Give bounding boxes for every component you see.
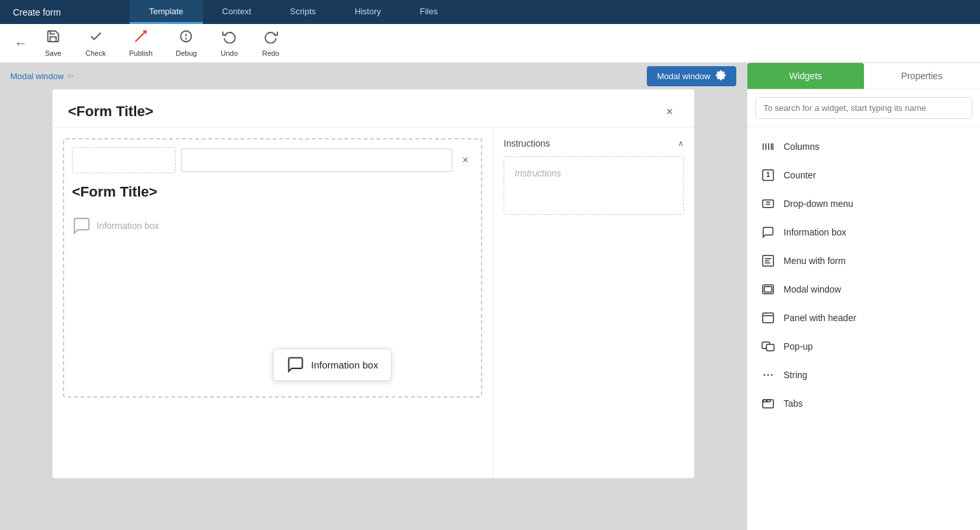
tab-files[interactable]: Files (401, 0, 457, 24)
svg-text:T: T (765, 312, 767, 315)
inner-title-placeholder (72, 147, 176, 173)
undo-icon (222, 29, 237, 47)
widget-search-container (747, 90, 980, 127)
canvas-area: Modal window ✏ Modal window <Form Title>… (0, 63, 747, 530)
svg-rect-30 (764, 400, 767, 402)
drag-tooltip: Information box (273, 348, 391, 381)
svg-point-27 (767, 374, 769, 376)
dropdown-menu-icon (760, 196, 776, 211)
breadcrumb-label: Modal window (10, 71, 64, 81)
tab-history[interactable]: History (335, 0, 400, 24)
form-title: <Form Title> (68, 103, 154, 120)
form-title-bar: <Form Title> × (52, 90, 694, 128)
widget-item-string[interactable]: String (747, 361, 980, 389)
inner-form-header: × (72, 147, 473, 173)
check-button[interactable]: Check (75, 25, 116, 61)
panel-with-header-icon: T (760, 310, 776, 326)
toolbar: ← Save Check Publish Debug Undo Redo (0, 24, 980, 63)
publish-button[interactable]: Publish (119, 25, 163, 61)
nav-tabs: Template Context Scripts History Files (130, 0, 980, 24)
widget-item-panel-with-header[interactable]: T Panel with header (747, 304, 980, 332)
save-icon (46, 29, 60, 47)
edit-icon: ✏ (67, 71, 75, 81)
publish-icon (134, 29, 148, 47)
modal-window-icon (760, 282, 776, 297)
check-icon (89, 29, 103, 47)
inner-input-field[interactable] (181, 149, 452, 172)
counter-icon: 1 (760, 167, 776, 183)
widget-item-menu-with-form[interactable]: Menu with form (747, 247, 980, 275)
svg-rect-31 (767, 400, 770, 402)
form-left-panel: × <Form Title> Information box (52, 128, 493, 478)
menu-with-form-icon (760, 253, 776, 269)
sidebar-tabs: Widgets Properties (747, 63, 980, 90)
breadcrumb-bar: Modal window ✏ Modal window (0, 63, 747, 89)
breadcrumb: Modal window ✏ (10, 71, 75, 81)
back-button[interactable]: ← (10, 33, 31, 54)
tab-widgets[interactable]: Widgets (747, 63, 864, 89)
form-canvas: <Form Title> × × (52, 89, 695, 479)
app-title: Create form (0, 0, 130, 24)
widget-item-counter[interactable]: 1 Counter (747, 161, 980, 189)
widget-item-columns[interactable]: Columns (747, 132, 980, 161)
instructions-box: Instructions (504, 156, 684, 215)
tab-properties[interactable]: Properties (864, 63, 981, 89)
redo-button[interactable]: Redo (251, 25, 290, 61)
settings-icon (716, 70, 726, 82)
widget-item-dropdown-menu[interactable]: Drop-down menu (747, 189, 980, 218)
tab-context[interactable]: Context (203, 0, 271, 24)
save-button[interactable]: Save (34, 25, 73, 61)
debug-icon (179, 29, 193, 47)
instructions-chevron[interactable]: ∧ (678, 139, 684, 148)
svg-rect-20 (764, 287, 772, 292)
form-right-panel: Instructions ∧ Instructions (493, 128, 694, 478)
widget-item-tabs[interactable]: Tabs (747, 389, 980, 418)
instructions-label: Instructions (504, 138, 550, 149)
form-close-button[interactable]: × (660, 102, 679, 121)
widget-search-input[interactable] (755, 97, 972, 119)
svg-rect-25 (767, 344, 775, 351)
tab-scripts[interactable]: Scripts (271, 0, 336, 24)
tabs-icon (760, 396, 776, 411)
right-sidebar: Widgets Properties Columns (747, 63, 980, 530)
tab-template[interactable]: Template (130, 0, 203, 24)
columns-icon (760, 139, 776, 154)
svg-point-28 (771, 374, 773, 376)
widget-item-information-box[interactable]: Information box (747, 218, 980, 247)
instructions-header: Instructions ∧ (504, 138, 684, 149)
debug-button[interactable]: Debug (165, 25, 207, 61)
modal-window-button[interactable]: Modal window (647, 66, 736, 86)
form-body: × <Form Title> Information box (52, 128, 694, 478)
svg-rect-21 (763, 313, 774, 323)
svg-rect-12 (763, 200, 774, 208)
svg-text:1: 1 (766, 171, 770, 178)
inner-form-title: <Form Title> (72, 181, 473, 208)
string-icon (760, 367, 776, 383)
undo-button[interactable]: Undo (210, 25, 249, 61)
popup-icon (760, 339, 776, 354)
top-navigation: Create form Template Context Scripts His… (0, 0, 980, 24)
widget-item-modal-window[interactable]: Modal window (747, 275, 980, 304)
inner-close-button[interactable]: × (458, 152, 473, 168)
instructions-placeholder: Instructions (515, 168, 561, 178)
redo-icon (264, 29, 278, 47)
info-box-placeholder: Information box (72, 208, 473, 243)
svg-point-3 (186, 38, 187, 39)
widget-item-popup[interactable]: Pop-up (747, 332, 980, 361)
widget-list: Columns 1 Counter (747, 127, 980, 530)
information-box-icon (760, 224, 776, 240)
main-area: Modal window ✏ Modal window <Form Title>… (0, 63, 980, 530)
svg-point-26 (764, 374, 765, 376)
